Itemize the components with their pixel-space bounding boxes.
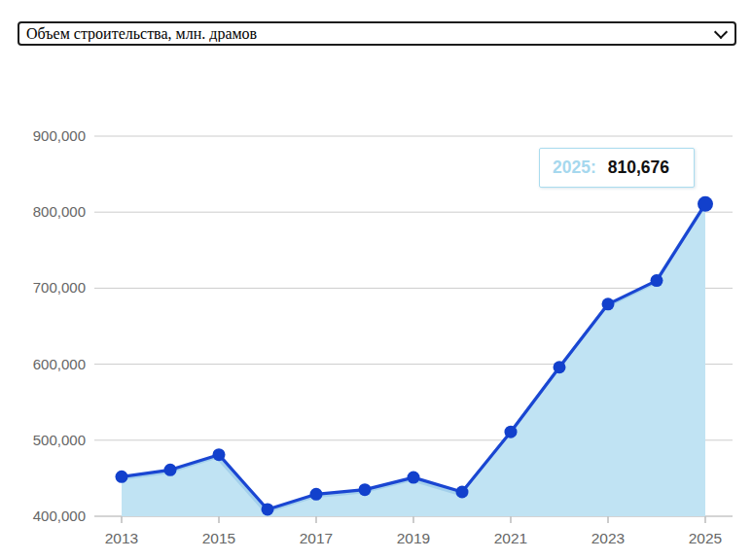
x-tick-label: 2015 (202, 530, 235, 546)
x-tick-label: 2017 (300, 530, 333, 546)
x-tick-label: 2019 (397, 530, 430, 546)
x-tick-label: 2023 (591, 530, 625, 546)
series-area (122, 204, 705, 516)
data-point-2020[interactable] (456, 485, 469, 498)
area-chart: 400,000500,000600,000700,000800,000900,0… (0, 0, 752, 560)
data-point-2022[interactable] (554, 361, 566, 373)
page: { "select": { "value": "Объем строительс… (0, 0, 752, 560)
y-axis-labels: 400,000500,000600,000700,000800,000900,0… (33, 127, 86, 524)
data-point-2023[interactable] (602, 298, 615, 310)
data-point-2016[interactable] (262, 503, 274, 515)
data-point-2018[interactable] (359, 483, 372, 496)
data-point-2024[interactable] (651, 274, 663, 287)
y-tick-label: 900,000 (33, 127, 86, 144)
data-point-2013[interactable] (116, 471, 128, 483)
y-tick-label: 500,000 (33, 432, 86, 448)
data-point-2019[interactable] (408, 472, 420, 484)
y-tick-label: 700,000 (33, 279, 86, 296)
x-tick-label: 2025 (689, 530, 722, 546)
y-tick-label: 600,000 (33, 356, 86, 372)
tooltip: 2025: 810,676 (539, 148, 695, 188)
x-axis-labels: 2013201520172019202120232025 (105, 530, 722, 546)
y-tick-label: 800,000 (33, 203, 86, 220)
data-point-2017[interactable] (310, 488, 323, 501)
area-fill (122, 204, 705, 516)
y-tick-label: 400,000 (33, 508, 86, 524)
x-axis-ticks (122, 517, 705, 524)
data-point-2014[interactable] (164, 464, 177, 476)
data-point-2021[interactable] (505, 426, 518, 438)
x-tick-label: 2021 (494, 530, 527, 546)
data-point-2025[interactable] (698, 196, 713, 212)
tooltip-value: 810,676 (608, 158, 669, 178)
tooltip-year-label: 2025: (553, 158, 596, 178)
x-tick-label: 2013 (105, 530, 138, 546)
data-point-2015[interactable] (213, 448, 226, 461)
